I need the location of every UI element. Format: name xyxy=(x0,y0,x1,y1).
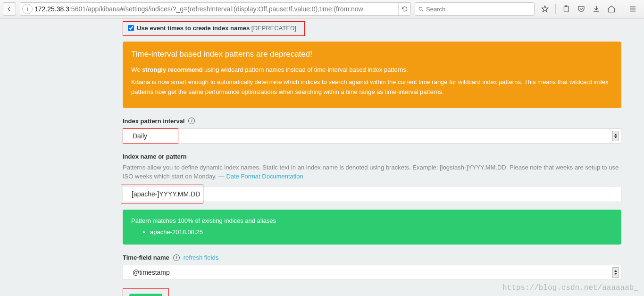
refresh-fields-link[interactable]: refresh fields xyxy=(184,254,218,261)
interval-label-row: Index pattern interval i xyxy=(123,118,621,125)
index-name-hint: Patterns allow you to define dynamic ind… xyxy=(123,163,621,181)
watermark: https://blog.csdn.net/aaaaaab_ xyxy=(502,284,638,292)
svg-point-0 xyxy=(419,7,422,10)
date-format-doc-link[interactable]: Date Format Documentation xyxy=(226,173,303,180)
browser-search-input[interactable] xyxy=(426,6,531,13)
checkbox-text-deprecated: [DEPRECATED] xyxy=(250,25,296,32)
deprecation-alert: Time-interval based index patterns are d… xyxy=(123,42,621,108)
interval-block: Index pattern interval i Daily xyxy=(123,118,621,144)
use-event-times-label[interactable]: Use event times to create index names [D… xyxy=(128,25,300,32)
interval-label: Index pattern interval xyxy=(123,118,184,125)
back-button[interactable] xyxy=(3,2,16,16)
url-text: 172.25.38.3:5601/app/kibana#/settings/in… xyxy=(34,5,398,13)
timefield-label-row: Time-field name i refresh fields xyxy=(123,254,621,261)
pattern-match-summary: Pattern matches 100% of existing indices… xyxy=(131,216,613,226)
index-name-block: Index name or pattern Patterns allow you… xyxy=(123,153,621,202)
index-name-label: Index name or pattern xyxy=(123,153,621,160)
arrow-left-icon xyxy=(6,6,13,12)
clipboard-icon[interactable] xyxy=(561,4,571,14)
home-icon[interactable] xyxy=(607,4,616,14)
select-arrow-icon xyxy=(612,267,619,278)
url-bar[interactable]: i 172.25.38.3:5601/app/kibana#/settings/… xyxy=(20,2,411,16)
url-host: 172.25.38.3 xyxy=(34,5,69,13)
menu-icon[interactable] xyxy=(628,4,637,14)
svg-rect-2 xyxy=(564,6,569,12)
select-arrow-icon xyxy=(612,131,619,141)
pattern-match-alert: Pattern matches 100% of existing indices… xyxy=(123,210,621,245)
toolbar-separator xyxy=(622,4,622,14)
timefield-label: Time-field name xyxy=(123,254,169,261)
svg-line-1 xyxy=(422,10,423,11)
search-icon xyxy=(418,6,424,12)
browser-search[interactable] xyxy=(415,2,535,16)
deprecation-p1-post: using wildcard pattern names instead of … xyxy=(202,66,408,73)
deprecation-p2: Kibana is now smart enough to automatica… xyxy=(131,77,613,96)
browser-chrome: i 172.25.38.3:5601/app/kibana#/settings/… xyxy=(0,0,644,18)
checkbox-text-bold: Use event times to create index names xyxy=(137,25,250,32)
create-row: Create xyxy=(123,288,169,296)
deprecation-p1-pre: We xyxy=(131,66,142,73)
index-name-hint-text: Patterns allow you to define dynamic ind… xyxy=(123,164,619,180)
checkbox-text: Use event times to create index names [D… xyxy=(137,25,296,32)
url-rest: :5601/app/kibana#/settings/indices/?_g=(… xyxy=(69,5,363,13)
deprecation-p1: We strongly recommend using wildcard pat… xyxy=(131,65,613,75)
use-event-times-row: Use event times to create index names [D… xyxy=(123,21,305,36)
use-event-times-checkbox[interactable] xyxy=(128,25,134,31)
index-name-input-wrap xyxy=(123,186,621,202)
interval-select[interactable]: Daily xyxy=(123,129,621,143)
info-icon[interactable]: i xyxy=(173,254,180,261)
toolbar-icons xyxy=(536,4,641,14)
pocket-icon[interactable] xyxy=(577,4,586,14)
toolbar-separator xyxy=(555,4,556,14)
interval-select-wrap: Daily xyxy=(123,128,621,144)
create-button[interactable]: Create xyxy=(129,294,162,296)
timefield-select[interactable]: @timestamp xyxy=(123,265,621,279)
page-body: Use event times to create index names [D… xyxy=(0,18,644,296)
list-item: apache-2018.08.25 xyxy=(150,228,613,237)
site-info-icon[interactable]: i xyxy=(22,4,33,14)
pattern-match-list: apache-2018.08.25 xyxy=(150,228,613,237)
deprecation-p1-strong: strongly recommend xyxy=(142,66,203,73)
reload-button[interactable] xyxy=(398,3,410,15)
timefield-block: Time-field name i refresh fields @timest… xyxy=(123,254,621,280)
timefield-select-wrap: @timestamp xyxy=(123,265,621,280)
settings-form: Use event times to create index names [D… xyxy=(123,18,621,296)
reload-icon xyxy=(401,6,408,12)
deprecation-title: Time-interval based index patterns are d… xyxy=(131,48,613,60)
info-icon[interactable]: i xyxy=(188,118,195,124)
bookmark-star-icon[interactable] xyxy=(540,4,550,14)
svg-rect-3 xyxy=(565,6,568,7)
downloads-icon[interactable] xyxy=(592,4,601,14)
index-name-input[interactable] xyxy=(123,186,621,202)
